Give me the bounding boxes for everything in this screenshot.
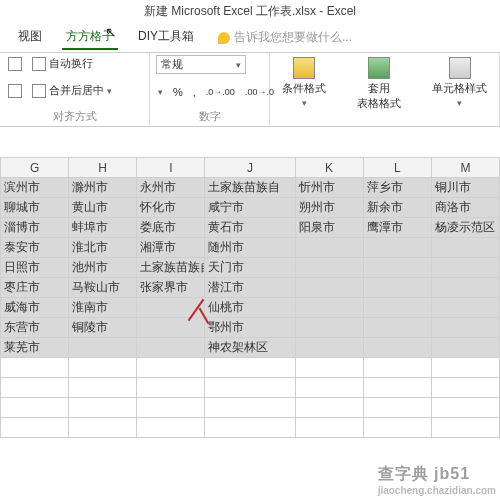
cell[interactable] — [69, 338, 137, 358]
cell[interactable]: 铜陵市 — [69, 318, 137, 338]
cell[interactable] — [363, 378, 431, 398]
cell[interactable] — [137, 358, 205, 378]
cell[interactable] — [363, 318, 431, 338]
cell[interactable]: 娄底市 — [137, 218, 205, 238]
cell[interactable] — [1, 378, 69, 398]
cell[interactable]: 潜江市 — [205, 278, 295, 298]
comma-button[interactable]: , — [191, 85, 198, 99]
cell[interactable]: 聊城市 — [1, 198, 69, 218]
cell[interactable]: 莱芜市 — [1, 338, 69, 358]
cell[interactable] — [295, 278, 363, 298]
cell[interactable] — [137, 338, 205, 358]
cell[interactable]: 新余市 — [363, 198, 431, 218]
cell[interactable] — [431, 278, 499, 298]
cell[interactable] — [205, 358, 295, 378]
cell[interactable] — [295, 338, 363, 358]
spreadsheet-grid[interactable]: GHIJKLM 滨州市滁州市永州市土家族苗族自忻州市萍乡市铜川市聊城市黄山市怀化… — [0, 157, 500, 438]
cell[interactable]: 咸宁市 — [205, 198, 295, 218]
cell[interactable] — [205, 418, 295, 438]
cell[interactable]: 泰安市 — [1, 238, 69, 258]
cell[interactable] — [137, 318, 205, 338]
column-header[interactable]: K — [295, 158, 363, 178]
cell[interactable] — [363, 358, 431, 378]
cell[interactable] — [205, 378, 295, 398]
cell[interactable] — [1, 418, 69, 438]
cell[interactable] — [137, 418, 205, 438]
currency-button[interactable]: ▾ — [156, 86, 165, 98]
indent-button[interactable] — [6, 83, 24, 99]
cell[interactable] — [363, 278, 431, 298]
cell[interactable]: 怀化市 — [137, 198, 205, 218]
cell[interactable]: 土家族苗族自 — [137, 258, 205, 278]
cell[interactable] — [431, 318, 499, 338]
cell[interactable] — [431, 358, 499, 378]
cell[interactable] — [205, 398, 295, 418]
cell[interactable] — [431, 338, 499, 358]
cell[interactable]: 黄山市 — [69, 198, 137, 218]
cell[interactable] — [363, 298, 431, 318]
cell[interactable] — [137, 378, 205, 398]
cell[interactable] — [295, 258, 363, 278]
cell[interactable] — [295, 358, 363, 378]
tell-me-box[interactable]: 告诉我您想要做什么... — [214, 25, 356, 50]
cell[interactable]: 威海市 — [1, 298, 69, 318]
cell[interactable]: 萍乡市 — [363, 178, 431, 198]
cell[interactable] — [69, 398, 137, 418]
cell[interactable]: 天门市 — [205, 258, 295, 278]
cell[interactable] — [1, 358, 69, 378]
conditional-format-button[interactable]: 条件格式 ▾ — [276, 55, 332, 110]
cell[interactable] — [431, 238, 499, 258]
cell[interactable]: 马鞍山市 — [69, 278, 137, 298]
cell[interactable] — [363, 238, 431, 258]
tab-view[interactable]: 视图 — [14, 25, 46, 50]
cell[interactable] — [431, 398, 499, 418]
format-as-table-button[interactable]: 套用 表格格式 — [351, 55, 407, 113]
cell[interactable]: 淮北市 — [69, 238, 137, 258]
cell[interactable]: 商洛市 — [431, 198, 499, 218]
cell[interactable] — [137, 398, 205, 418]
cell[interactable]: 随州市 — [205, 238, 295, 258]
align-top-button[interactable] — [6, 56, 24, 72]
tab-diy[interactable]: DIY工具箱 — [134, 25, 198, 50]
cell[interactable]: 湘潭市 — [137, 238, 205, 258]
column-header[interactable]: L — [363, 158, 431, 178]
increase-decimal-button[interactable]: .0→.00 — [204, 86, 237, 98]
cell[interactable] — [363, 258, 431, 278]
cell[interactable] — [295, 298, 363, 318]
cell[interactable] — [363, 398, 431, 418]
cell[interactable] — [363, 418, 431, 438]
cell[interactable] — [363, 338, 431, 358]
cell[interactable] — [1, 398, 69, 418]
cell[interactable]: 铜川市 — [431, 178, 499, 198]
merge-center-button[interactable]: 合并后居中▾ — [30, 82, 114, 99]
cell[interactable]: 淮南市 — [69, 298, 137, 318]
cell[interactable] — [295, 238, 363, 258]
wrap-text-button[interactable]: 自动换行 — [30, 55, 95, 72]
cell[interactable]: 仙桃市 — [205, 298, 295, 318]
cell[interactable]: 黄石市 — [205, 218, 295, 238]
cell[interactable]: 鹰潭市 — [363, 218, 431, 238]
cell[interactable] — [431, 418, 499, 438]
cell[interactable]: 滨州市 — [1, 178, 69, 198]
cell[interactable]: 朔州市 — [295, 198, 363, 218]
cell[interactable]: 忻州市 — [295, 178, 363, 198]
tab-fangfang[interactable]: 方方格子 — [62, 25, 118, 50]
cell[interactable]: 鄂州市 — [205, 318, 295, 338]
column-header[interactable]: I — [137, 158, 205, 178]
column-header[interactable]: J — [205, 158, 295, 178]
cell[interactable] — [69, 418, 137, 438]
cell[interactable] — [295, 378, 363, 398]
cell[interactable] — [431, 298, 499, 318]
cell[interactable]: 淄博市 — [1, 218, 69, 238]
cell[interactable]: 枣庄市 — [1, 278, 69, 298]
cell[interactable]: 土家族苗族自 — [205, 178, 295, 198]
cell[interactable] — [137, 298, 205, 318]
cell[interactable]: 池州市 — [69, 258, 137, 278]
cell-styles-button[interactable]: 单元格样式 ▾ — [426, 55, 493, 110]
cell[interactable] — [295, 398, 363, 418]
cell[interactable]: 神农架林区 — [205, 338, 295, 358]
cell[interactable]: 蚌埠市 — [69, 218, 137, 238]
cell[interactable]: 张家界市 — [137, 278, 205, 298]
cell[interactable] — [69, 358, 137, 378]
cell[interactable]: 东营市 — [1, 318, 69, 338]
